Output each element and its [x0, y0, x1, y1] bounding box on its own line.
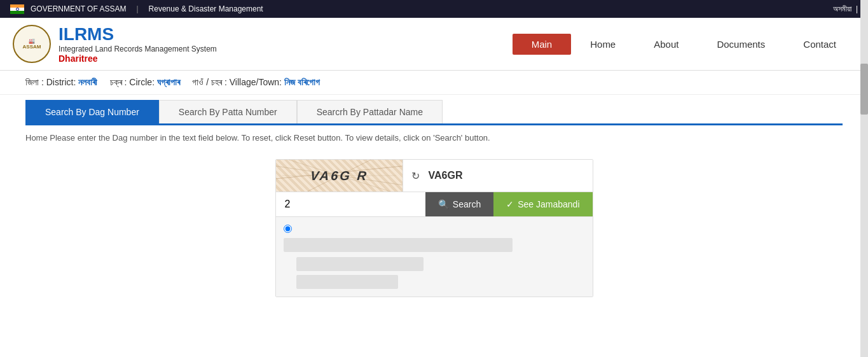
- header: 🏭ASSAM ILRMS Integrated Land Records Man…: [0, 18, 868, 71]
- results-area: [276, 217, 593, 297]
- tab-patta-number[interactable]: Search By Patta Number: [159, 100, 297, 123]
- dag-input-row: 🔍 Search ✓ See Jamabandi: [276, 192, 593, 217]
- gov-name: GOVERNMENT OF ASSAM: [31, 4, 126, 13]
- circle-label: চক্ৰ : Circle:: [110, 77, 155, 87]
- logo-area: 🏭ASSAM ILRMS Integrated Land Records Man…: [13, 24, 217, 64]
- district-value: নলবাৰী: [78, 77, 97, 87]
- instruction-text: Home Please enter the Dag number in the …: [0, 125, 868, 150]
- search-icon: 🔍: [438, 199, 449, 209]
- language-switch[interactable]: অসমীয়া |: [833, 4, 858, 13]
- result-bar-2: [296, 257, 424, 271]
- nav-main[interactable]: Main: [513, 34, 572, 55]
- tab-pattadar-name[interactable]: Searcrh By Pattadar Name: [297, 100, 443, 123]
- captcha-code-text: VA6GR: [429, 170, 463, 181]
- top-divider: |: [136, 4, 138, 13]
- emblem-icon: 🏭ASSAM: [13, 25, 51, 63]
- app-tagline: Dharitree: [59, 53, 217, 64]
- scrollbar-thumb[interactable]: [860, 64, 868, 115]
- village-label: গাওঁ / চহৰ : Village/Town:: [192, 77, 282, 87]
- captcha-image: VA6G R: [276, 160, 403, 192]
- circle-value: ঘগ্ৰাপাৰ: [157, 77, 180, 87]
- district-label: জিলা : District:: [25, 77, 76, 87]
- result-detail-rows: [284, 257, 585, 289]
- tab-dag-number[interactable]: Search By Dag Number: [25, 100, 159, 123]
- scrollbar[interactable]: [860, 0, 868, 304]
- app-title: ILRMS: [59, 24, 217, 45]
- search-button[interactable]: 🔍 Search: [425, 192, 493, 216]
- nav-documents[interactable]: Documents: [698, 34, 784, 55]
- see-jamabandi-button[interactable]: ✓ See Jamabandi: [493, 192, 592, 216]
- main-nav: Main Home About Documents Contact: [513, 34, 855, 55]
- search-form: VA6G R ↻ VA6GR 🔍 Search ✓ See Jamabandi: [275, 159, 593, 297]
- captcha-row: VA6G R ↻ VA6GR: [276, 160, 593, 192]
- captcha-display-text: VA6G R: [309, 169, 368, 183]
- dept-name: Revenue & Disaster Management: [149, 4, 263, 13]
- result-radio-row: [284, 225, 585, 233]
- result-bar-3: [296, 275, 398, 289]
- location-bar: জিলা : District: নলবাৰী চক্ৰ : Circle: ঘ…: [0, 71, 868, 95]
- result-radio[interactable]: [284, 225, 292, 233]
- india-flag-icon: [10, 4, 24, 14]
- app-subtitle: Integrated Land Records Management Syste…: [59, 45, 217, 53]
- dag-number-input[interactable]: [276, 192, 425, 216]
- result-bar-1: [284, 238, 513, 252]
- search-tabs: Search By Dag Number Search By Patta Num…: [25, 100, 843, 125]
- nav-home[interactable]: Home: [571, 34, 635, 55]
- nav-contact[interactable]: Contact: [784, 34, 855, 55]
- check-icon: ✓: [506, 199, 514, 209]
- village-value: নিজ বৰিগোগ: [284, 77, 320, 87]
- top-bar: GOVERNMENT OF ASSAM | Revenue & Disaster…: [0, 0, 868, 18]
- nav-about[interactable]: About: [635, 34, 698, 55]
- app-branding: ILRMS Integrated Land Records Management…: [59, 24, 217, 64]
- captcha-refresh-button[interactable]: ↻: [403, 170, 429, 182]
